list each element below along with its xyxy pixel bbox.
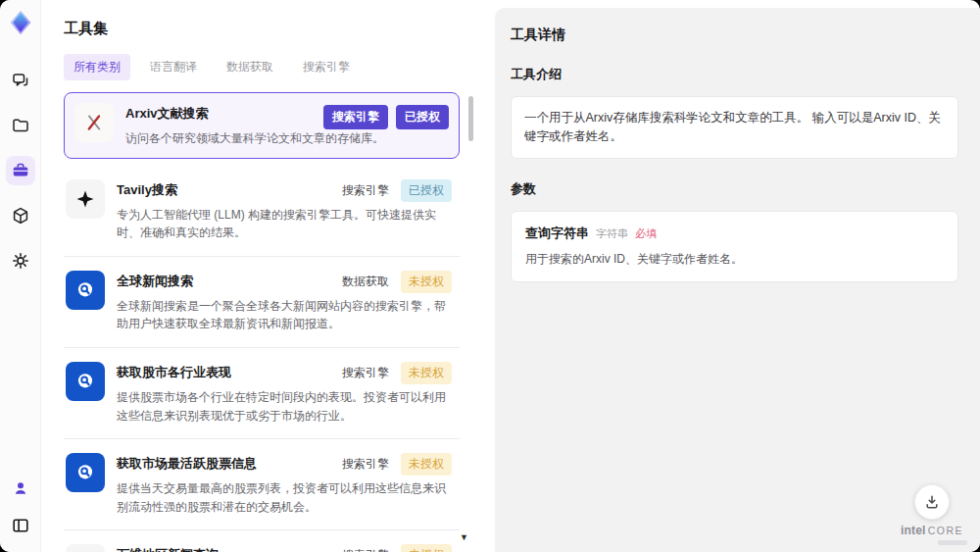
category-tab-label: 语言翻译 <box>150 60 197 74</box>
cube-icon[interactable] <box>6 201 35 230</box>
tool-desc: 提供股票市场各个行业在特定时间段内的表现。投资者可以利用这些信息来识别表现优于或… <box>117 388 454 425</box>
panels-icon[interactable] <box>6 511 35 540</box>
folder-icon[interactable] <box>6 111 35 140</box>
parameter-card: 查询字符串 字符串 必填 用于搜索的Arxiv ID、关键字或作者姓名。 <box>511 211 958 282</box>
app-window: 工具集 所有类别 语言翻译 数据获取 搜索引擎 Arxiv文献搜索 访问各个研究… <box>0 0 980 552</box>
tavily-icon <box>66 179 105 219</box>
category-tab[interactable]: 搜索引擎 <box>293 54 360 80</box>
download-icon <box>922 492 942 512</box>
parameter-desc: 用于搜索的Arxiv ID、关键字或作者姓名。 <box>525 251 944 268</box>
tool-category-badge: 数据获取 <box>342 271 389 293</box>
details-title: 工具详情 <box>511 26 958 44</box>
brand-subline-bar <box>938 540 967 545</box>
tool-card[interactable]: Arxiv文献搜索 访问各个研究领域大量科学论文和文章的存储库。 搜索引擎 已授… <box>64 92 460 159</box>
tool-category-badge: 搜索引擎 <box>323 105 388 129</box>
briefcase-icon[interactable] <box>6 156 35 185</box>
intel-core-logo: intelCORE <box>897 525 967 545</box>
category-tab[interactable]: 所有类别 <box>64 54 130 80</box>
parameter-name: 查询字符串 <box>525 225 589 242</box>
tools-panel-title: 工具集 <box>64 20 473 38</box>
brand-core: CORE <box>928 525 963 536</box>
tool-details-panel: 工具详情 工具介绍 一个用于从Arxiv存储库搜索科学论文和文章的工具。 输入可… <box>495 8 980 552</box>
tool-auth-badge: 已授权 <box>396 105 449 129</box>
parameter-required-flag: 必填 <box>635 226 657 241</box>
tool-badges: 搜索引擎 未授权 <box>342 362 452 384</box>
tool-category-badge: 搜索引擎 <box>342 453 389 476</box>
tool-category-badge: 搜索引擎 <box>342 362 389 384</box>
intro-text-box: 一个用于从Arxiv存储库搜索科学论文和文章的工具。 输入可以是Arxiv ID… <box>511 96 958 159</box>
scrollbar-thumb[interactable] <box>468 96 473 141</box>
tool-category-badge: 搜索引擎 <box>342 179 389 202</box>
scroll-down-caret-icon[interactable]: ▼ <box>460 533 468 542</box>
tool-card[interactable]: 万维地区新闻查询 查询具体行政区划内的新闻，快速了解各地新闻动 搜索引擎 未授权 <box>64 530 460 552</box>
corner-widget: intelCORE <box>897 484 967 545</box>
brand-intel: intel <box>901 524 926 537</box>
search-blue-icon <box>66 271 105 310</box>
parameter-type: 字符串 <box>596 226 628 241</box>
app-logo-gem-icon <box>7 9 34 36</box>
parameter-head: 查询字符串 字符串 必填 <box>525 225 944 242</box>
tool-auth-badge: 未授权 <box>401 453 452 476</box>
user-icon[interactable] <box>6 474 35 503</box>
tool-badges: 搜索引擎 未授权 <box>342 453 452 476</box>
tool-card[interactable]: 获取股市各行业表现 提供股票市场各个行业在特定时间段内的表现。投资者可以利用这些… <box>64 348 460 439</box>
newspaper-icon <box>66 544 105 552</box>
tool-badges: 搜索引擎 已授权 <box>342 179 452 202</box>
tool-card[interactable]: 全球新闻搜索 全球新闻搜索是一个聚合全球各大新闻网站内容的搜索引擎，帮助用户快速… <box>64 257 460 348</box>
tool-category-badge: 搜索引擎 <box>342 544 389 552</box>
category-tab[interactable]: 数据获取 <box>217 54 283 80</box>
tool-badges: 搜索引擎 未授权 <box>342 544 452 552</box>
tools-panel: 工具集 所有类别 语言翻译 数据获取 搜索引擎 Arxiv文献搜索 访问各个研究… <box>41 0 487 552</box>
tool-card[interactable]: Tavily搜索 专为人工智能代理 (LLM) 构建的搜索引擎工具。可快速提供实… <box>64 166 460 257</box>
category-tab-label: 所有类别 <box>74 60 121 74</box>
icon-rail <box>0 0 41 552</box>
tool-auth-badge: 未授权 <box>401 271 452 293</box>
tool-desc: 专为人工智能代理 (LLM) 构建的搜索引擎工具。可快速提供实时、准确和真实的结… <box>117 206 454 242</box>
tool-auth-badge: 未授权 <box>401 362 452 384</box>
tool-desc: 全球新闻搜索是一个聚合全球各大新闻网站内容的搜索引擎，帮助用户快速获取全球最新资… <box>117 297 454 333</box>
search-blue-icon <box>66 453 105 492</box>
params-heading: 参数 <box>511 180 958 198</box>
tool-auth-badge: 已授权 <box>401 179 452 202</box>
tool-auth-badge: 未授权 <box>401 544 452 552</box>
tool-list: Arxiv文献搜索 访问各个研究领域大量科学论文和文章的存储库。 搜索引擎 已授… <box>64 92 473 552</box>
tool-badges: 数据获取 未授权 <box>342 271 452 293</box>
search-blue-icon <box>66 362 105 401</box>
category-tabs: 所有类别 语言翻译 数据获取 搜索引擎 <box>64 54 473 80</box>
tool-desc: 提供当天交易量最高的股票列表，投资者可以利用这些信息来识别流动性强的股票和潜在的… <box>117 479 454 516</box>
category-tab-label: 数据获取 <box>226 60 273 74</box>
tool-card[interactable]: 获取市场最活跃股票信息 提供当天交易量最高的股票列表，投资者可以利用这些信息来识… <box>64 439 460 530</box>
tool-desc: 访问各个研究领域大量科学论文和文章的存储库。 <box>125 129 449 148</box>
category-tab[interactable]: 语言翻译 <box>140 54 207 80</box>
gear-icon[interactable] <box>6 246 35 276</box>
rail-bottom <box>6 474 35 540</box>
intro-heading: 工具介绍 <box>511 66 958 83</box>
rail-nav <box>6 66 35 276</box>
tool-badges: 搜索引擎 已授权 <box>323 105 449 129</box>
arxiv-icon <box>74 103 114 142</box>
chat-icon[interactable] <box>6 66 35 95</box>
category-tab-label: 搜索引擎 <box>303 60 350 74</box>
download-button[interactable] <box>914 484 950 520</box>
